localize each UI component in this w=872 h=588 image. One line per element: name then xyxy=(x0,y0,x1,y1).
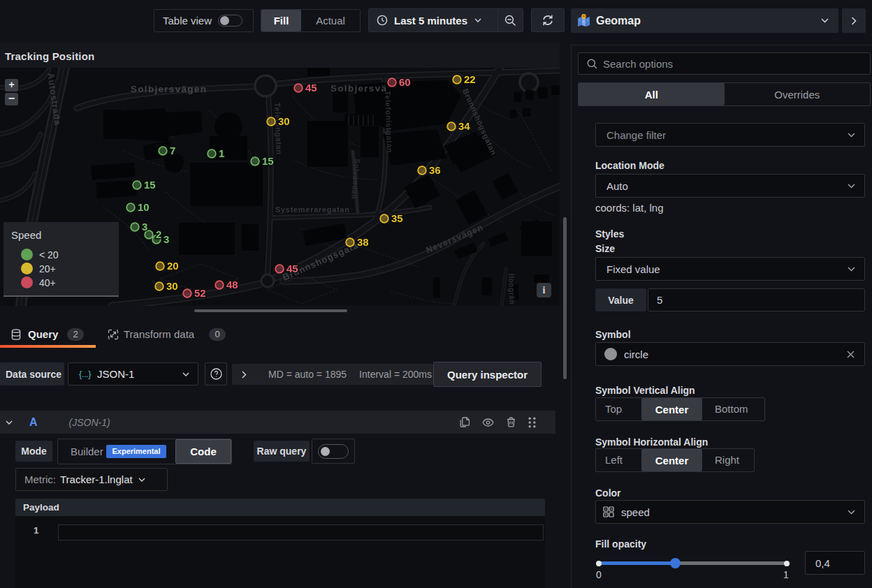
svg-text:llongrän: llongrän xyxy=(507,274,516,305)
svg-text:22: 22 xyxy=(464,73,476,85)
svg-text:10: 10 xyxy=(138,201,150,213)
svg-text:45: 45 xyxy=(286,263,298,274)
svg-text:36: 36 xyxy=(429,164,441,176)
svg-text:Telefongatan: Telefongatan xyxy=(273,103,284,155)
svg-text:1: 1 xyxy=(219,147,224,159)
svg-text:38: 38 xyxy=(357,236,369,248)
svg-text:48: 48 xyxy=(226,279,238,291)
svg-text:45: 45 xyxy=(305,82,317,94)
svg-text:30: 30 xyxy=(166,280,178,292)
svg-text:Systemeraregatan: Systemeraregatan xyxy=(275,205,350,214)
svg-text:2: 2 xyxy=(156,228,161,240)
svg-text:3: 3 xyxy=(142,221,147,233)
svg-text:Solbjersvägen: Solbjersvägen xyxy=(131,84,207,94)
svg-text:30: 30 xyxy=(278,115,290,127)
svg-text:35: 35 xyxy=(391,212,403,224)
svg-text:Solbjersvä: Solbjersvä xyxy=(330,83,387,94)
svg-text:20: 20 xyxy=(167,260,179,272)
svg-text:52: 52 xyxy=(194,287,206,299)
svg-text:3: 3 xyxy=(164,233,169,245)
svg-text:Solvändan: Solvändan xyxy=(350,159,362,200)
svg-text:7: 7 xyxy=(170,145,175,156)
svg-text:60: 60 xyxy=(399,76,411,88)
svg-text:15: 15 xyxy=(262,155,274,167)
svg-text:34: 34 xyxy=(458,120,470,132)
svg-text:15: 15 xyxy=(144,179,156,191)
